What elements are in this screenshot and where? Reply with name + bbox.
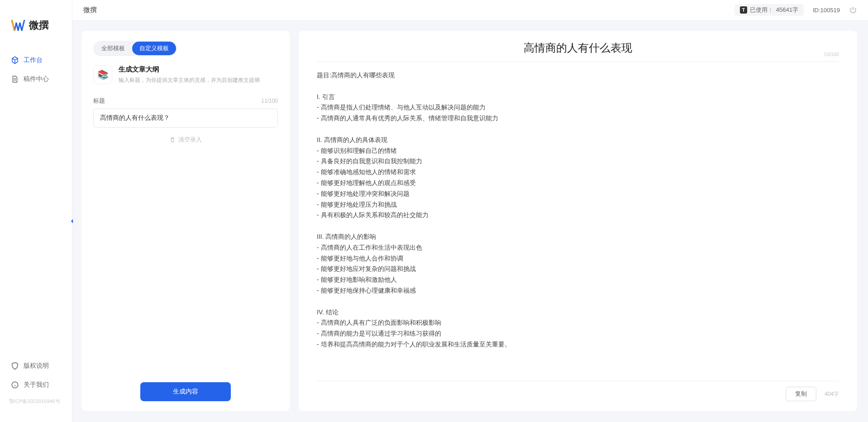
topbar: 微撰 T 已使用： 45641字 ID:100519: [72, 0, 868, 20]
template-card: 📚 生成文章大纲 输入标题，为你提供文章主体的灵感，并为其创建推文提纲: [93, 65, 278, 84]
output-limit: 10/100: [824, 52, 839, 57]
trash-icon: [169, 137, 176, 143]
output-footer: 复制 404字: [317, 381, 839, 401]
nav-about[interactable]: 关于我们: [0, 375, 72, 394]
generate-button[interactable]: 生成内容: [140, 382, 231, 401]
collapse-handle-icon[interactable]: [68, 217, 76, 225]
output-panel: 高情商的人有什么表现 10/100 题目:高情商的人有哪些表现 I. 引言 - …: [299, 31, 857, 411]
title-label: 标题: [93, 97, 105, 105]
text-count-icon: T: [740, 6, 747, 14]
mode-tabs: 全部模板 自定义模板: [93, 41, 177, 56]
logo: 微撰: [0, 9, 72, 51]
user-id-label: ID:: [813, 7, 820, 14]
title-input[interactable]: [93, 109, 278, 128]
info-icon: [11, 381, 19, 389]
clear-button[interactable]: 清空录入: [93, 136, 278, 144]
content: 全部模板 自定义模板 📚 生成文章大纲 输入标题，为你提供文章主体的灵感，并为其…: [72, 20, 868, 422]
output-body: 题目:高情商的人有哪些表现 I. 引言 - 高情商是指人们处理情绪、与他人互动以…: [317, 70, 839, 376]
icp-text: 鄂ICP备2022016946号: [0, 394, 72, 408]
sidebar: 微撰 工作台 稿件中心 版权说明 关于我们 鄂ICP备2022016946号: [0, 0, 72, 422]
nav-drafts-label: 稿件中心: [24, 75, 49, 83]
template-desc: 输入标题，为你提供文章主体的灵感，并为其创建推文提纲: [119, 76, 260, 84]
document-icon: [11, 75, 19, 83]
template-text: 生成文章大纲 输入标题，为你提供文章主体的灵感，并为其创建推文提纲: [119, 65, 260, 84]
user-id: ID:100519: [813, 7, 840, 14]
logo-icon: [11, 18, 25, 33]
title-field-row: 标题 11/100: [93, 97, 278, 105]
main-nav: 工作台 稿件中心: [0, 51, 72, 356]
user-id-value: 100519: [820, 7, 840, 14]
usage-value: 45641字: [776, 6, 798, 14]
tab-custom-template[interactable]: 自定义模板: [132, 42, 176, 55]
nav-bottom: 版权说明 关于我们 鄂ICP备2022016946号: [0, 356, 72, 413]
cube-icon: [11, 56, 19, 64]
nav-drafts[interactable]: 稿件中心: [0, 70, 72, 89]
input-panel: 全部模板 自定义模板 📚 生成文章大纲 输入标题，为你提供文章主体的灵感，并为其…: [81, 31, 290, 411]
usage-badge: T 已使用： 45641字: [734, 4, 804, 16]
nav-copyright[interactable]: 版权说明: [0, 356, 72, 375]
clear-label: 清空录入: [178, 136, 202, 144]
copy-button[interactable]: 复制: [786, 387, 816, 401]
output-header: 高情商的人有什么表现 10/100: [317, 41, 839, 62]
app-title: 微撰: [83, 6, 97, 14]
nav-about-label: 关于我们: [24, 381, 49, 389]
shield-icon: [11, 362, 19, 370]
template-title: 生成文章大纲: [119, 65, 260, 74]
topbar-right: T 已使用： 45641字 ID:100519: [734, 4, 857, 16]
title-counter: 11/100: [261, 98, 278, 104]
tab-all-templates[interactable]: 全部模板: [94, 42, 132, 55]
spacer: [93, 144, 278, 382]
main: 微撰 T 已使用： 45641字 ID:100519 全部模板 自定义模板: [72, 0, 868, 422]
logo-text: 微撰: [29, 19, 49, 32]
usage-label: 已使用：: [750, 6, 773, 14]
nav-workspace[interactable]: 工作台: [0, 51, 72, 70]
nav-copyright-label: 版权说明: [24, 362, 49, 370]
output-title: 高情商的人有什么表现: [317, 41, 839, 55]
word-count: 404字: [825, 390, 839, 398]
template-icon: 📚: [93, 65, 112, 84]
nav-workspace-label: 工作台: [24, 56, 43, 64]
power-icon[interactable]: [849, 6, 857, 14]
